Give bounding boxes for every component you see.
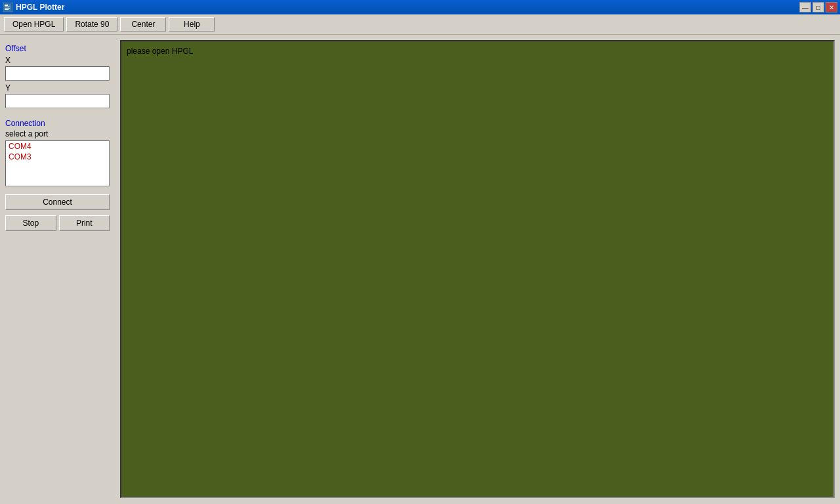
toolbar: Open HPGL Rotate 90 Center Help	[0, 14, 840, 35]
title-bar: HPGL Plotter — □ ✕	[0, 0, 840, 14]
title-bar-left: HPGL Plotter	[3, 2, 64, 12]
help-button[interactable]: Help	[169, 17, 215, 32]
svg-rect-4	[5, 9, 9, 10]
connection-section: Connection select a port COM4 COM3	[5, 115, 110, 186]
rotate90-button[interactable]: Rotate 90	[66, 17, 117, 32]
app-title: HPGL Plotter	[16, 3, 64, 12]
close-button[interactable]: ✕	[826, 2, 837, 12]
connection-label: Connection	[5, 119, 110, 128]
x-label: X	[5, 56, 110, 65]
port-item-com4[interactable]: COM4	[6, 141, 109, 152]
svg-rect-2	[5, 7, 10, 7]
offset-label: Offset	[5, 44, 110, 53]
plot-canvas: please open HPGL	[120, 40, 835, 498]
open-hpgl-button[interactable]: Open HPGL	[4, 17, 64, 32]
connect-section: Connect	[5, 194, 110, 213]
window-controls: — □ ✕	[799, 2, 837, 12]
left-panel: Offset X Y Connection select a port COM4…	[0, 35, 115, 503]
y-label: Y	[5, 83, 110, 93]
print-button[interactable]: Print	[59, 215, 110, 231]
connect-button[interactable]: Connect	[5, 194, 110, 210]
main-layout: Offset X Y Connection select a port COM4…	[0, 35, 840, 503]
select-port-label: select a port	[5, 129, 110, 138]
port-listbox[interactable]: COM4 COM3	[5, 140, 110, 186]
center-button[interactable]: Center	[120, 17, 166, 32]
svg-rect-1	[5, 5, 8, 6]
app-icon	[3, 2, 13, 12]
x-input[interactable]	[5, 66, 110, 81]
stop-button[interactable]: Stop	[5, 215, 56, 231]
y-input[interactable]	[5, 94, 110, 108]
port-item-com3[interactable]: COM3	[6, 152, 109, 162]
bottom-buttons: Stop Print	[5, 215, 110, 231]
canvas-hint: please open HPGL	[127, 47, 193, 56]
svg-rect-3	[5, 8, 10, 9]
offset-section: Offset X Y	[5, 40, 110, 108]
minimize-button[interactable]: —	[799, 2, 811, 12]
canvas-area: please open HPGL	[115, 35, 840, 503]
maximize-button[interactable]: □	[812, 2, 824, 12]
